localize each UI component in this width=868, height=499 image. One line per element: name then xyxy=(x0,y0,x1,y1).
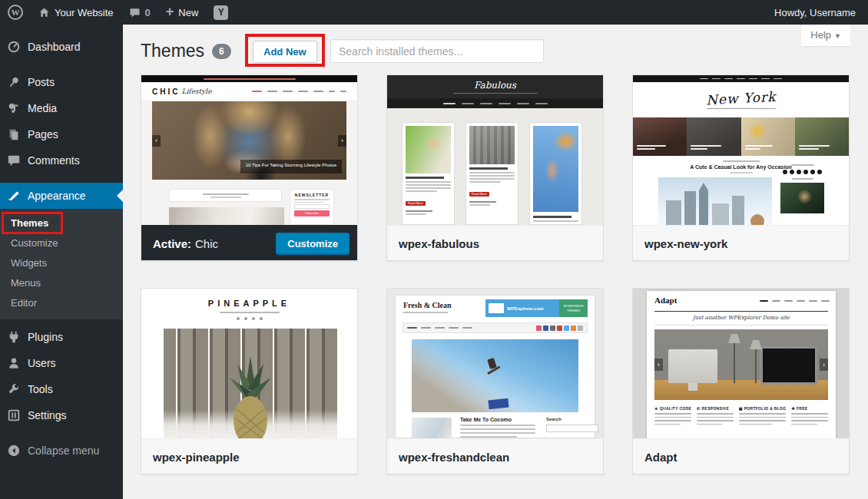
new-content-menu[interactable]: + New xyxy=(158,0,207,25)
comment-bubble-icon xyxy=(129,7,141,18)
theme-name: wpex-pineapple xyxy=(141,438,357,474)
theme-name: wpex-new-york xyxy=(633,225,849,261)
sidebar-item-appearance[interactable]: Appearance xyxy=(0,183,123,209)
next-arrow-icon: › xyxy=(338,135,346,147)
pineapple-photo xyxy=(164,329,337,438)
ad-banner: WPExplorer.com WORDPRESS THEMES xyxy=(485,299,588,317)
howdy-account-menu[interactable]: Howdy, Username xyxy=(774,7,868,18)
themes-grid: CHIC Lifestyle ‹ › 10 Tips For Taking St… xyxy=(141,74,850,474)
site-name: Your Website xyxy=(55,7,114,18)
plugin-icon xyxy=(7,330,21,344)
desk-photo: ‹ › xyxy=(654,329,828,400)
pineapple-illustration xyxy=(208,350,293,438)
skateboarder-photo xyxy=(412,339,578,412)
active-theme-name: Chic xyxy=(195,237,218,250)
search-widget-label: Search xyxy=(546,417,598,421)
sidebar-item-comments[interactable]: Comments xyxy=(0,147,123,173)
new-york-logo: New York xyxy=(705,88,776,107)
paintbrush-icon xyxy=(7,189,21,203)
admin-bar: W Your Website 0 + New Y Howdy, Username xyxy=(0,0,868,25)
theme-preview-fabulous: Fabulous Read More Read Mor xyxy=(387,75,603,225)
theme-card-wpex-freshandclean[interactable]: Fresh & Clean WPExplorer.com WORDPRESS T… xyxy=(386,288,604,474)
wordpress-logo-menu[interactable]: W xyxy=(0,0,31,25)
social-icons xyxy=(536,326,583,331)
phone-icon: ✆ xyxy=(697,406,701,411)
sliders-icon xyxy=(7,408,21,422)
fabulous-logo: Fabulous xyxy=(474,80,516,91)
post-thumbnail xyxy=(412,418,452,438)
black-monitor xyxy=(760,346,817,385)
sidebar-item-posts[interactable]: Posts xyxy=(0,69,123,95)
about-portrait xyxy=(780,183,824,213)
customize-button[interactable]: Customize xyxy=(276,233,350,255)
site-name-menu[interactable]: Your Website xyxy=(31,0,121,25)
comments-menu[interactable]: 0 xyxy=(121,0,158,25)
theme-preview-new-york: New York A Cute & Casual Look for Any Oc… xyxy=(633,75,849,225)
social-dots xyxy=(780,170,824,174)
theme-card-wpex-new-york[interactable]: New York A Cute & Casual Look for Any Oc… xyxy=(632,74,850,261)
theme-name: wpex-fabulous xyxy=(387,225,603,261)
freshandclean-logo: Fresh & Clean xyxy=(403,301,452,309)
white-monitor xyxy=(668,349,717,383)
theme-name: wpex-freshandclean xyxy=(387,438,603,474)
theme-count-badge: 6 xyxy=(212,44,231,59)
skateboarder-silhouette xyxy=(487,358,497,369)
sidebar-item-dashboard[interactable]: Dashboard xyxy=(0,34,123,60)
collapse-menu-button[interactable]: Collapse menu xyxy=(0,438,123,464)
new-label: New xyxy=(178,7,198,18)
mini-screenshot xyxy=(489,303,504,313)
wrench-icon xyxy=(7,382,21,396)
sidebar-item-themes[interactable]: Themes xyxy=(0,213,123,233)
theme-card-adapt[interactable]: Adapt Just another WPExplorer Demo site … xyxy=(632,288,850,474)
sidebar-item-customize[interactable]: Customize xyxy=(0,233,123,253)
home-icon xyxy=(38,7,50,18)
theme-preview-pineapple: PINEAPPLE xyxy=(141,289,357,438)
sidebar-item-media[interactable]: Media xyxy=(0,95,123,121)
search-widget-input xyxy=(546,425,598,432)
main-content: Help▼ Themes 6 Add New CHIC Lifestyle ‹ … xyxy=(123,25,868,499)
pineapple-logo: PINEAPPLE xyxy=(141,289,357,308)
theme-card-chic[interactable]: CHIC Lifestyle ‹ › 10 Tips For Taking St… xyxy=(141,74,358,261)
user-icon xyxy=(7,356,21,370)
page-title: Themes xyxy=(141,40,204,62)
theme-preview-adapt: Adapt Just another WPExplorer Demo site … xyxy=(633,289,849,438)
appearance-submenu: Themes Customize Widgets Menus Editor xyxy=(0,209,123,319)
chevron-down-icon: ▼ xyxy=(834,32,841,40)
grid-icon: ▦ xyxy=(739,406,743,411)
theme-preview-chic: CHIC Lifestyle ‹ › 10 Tips For Taking St… xyxy=(141,75,357,225)
add-new-button[interactable]: Add New xyxy=(253,41,317,63)
sidebar-item-pages[interactable]: Pages xyxy=(0,121,123,147)
plus-icon: + xyxy=(166,5,174,18)
social-icons xyxy=(141,317,357,320)
comments-icon xyxy=(7,154,21,167)
sidebar-item-settings[interactable]: Settings xyxy=(0,402,123,428)
search-input[interactable] xyxy=(330,39,544,63)
post-title: Take Me To Cocomo xyxy=(460,417,535,422)
page-title-row: Themes 6 xyxy=(141,40,231,62)
yoast-icon: Y xyxy=(214,5,228,20)
sidebar-item-tools[interactable]: Tools xyxy=(0,376,123,402)
chic-logo: CHIC xyxy=(152,88,180,96)
chic-hero-caption: 10 Tips For Taking Stunning Lifestyle Ph… xyxy=(240,160,342,173)
city-photo xyxy=(658,177,772,225)
comments-count: 0 xyxy=(145,7,151,18)
admin-sidebar: Dashboard Posts Media Pages Comments App… xyxy=(0,25,123,499)
yoast-seo-menu[interactable]: Y xyxy=(206,0,236,25)
active-theme-bar: Active: Chic Customize xyxy=(141,225,357,261)
prev-arrow-icon: ‹ xyxy=(654,359,663,371)
theme-preview-freshandclean: Fresh & Clean WPExplorer.com WORDPRESS T… xyxy=(387,289,603,438)
help-dropdown[interactable]: Help▼ xyxy=(801,25,850,46)
sidebar-item-widgets[interactable]: Widgets xyxy=(0,253,123,273)
dashboard-icon xyxy=(7,40,21,54)
sidebar-item-editor[interactable]: Editor xyxy=(0,293,123,313)
collapse-arrow-icon xyxy=(7,444,21,458)
prev-arrow-icon: ‹ xyxy=(152,135,161,147)
sidebar-item-menus[interactable]: Menus xyxy=(0,273,123,293)
theme-card-wpex-pineapple[interactable]: PINEAPPLE xyxy=(141,288,358,474)
theme-card-wpex-fabulous[interactable]: Fabulous Read More Read Mor xyxy=(386,74,604,261)
sidebar-item-plugins[interactable]: Plugins xyxy=(0,324,123,350)
chic-newsletter-box: NEWSLETTER Subscribe xyxy=(290,189,334,225)
sidebar-item-users[interactable]: Users xyxy=(0,350,123,376)
pushpin-icon xyxy=(7,75,21,89)
plus-icon: ✚ xyxy=(791,406,795,411)
